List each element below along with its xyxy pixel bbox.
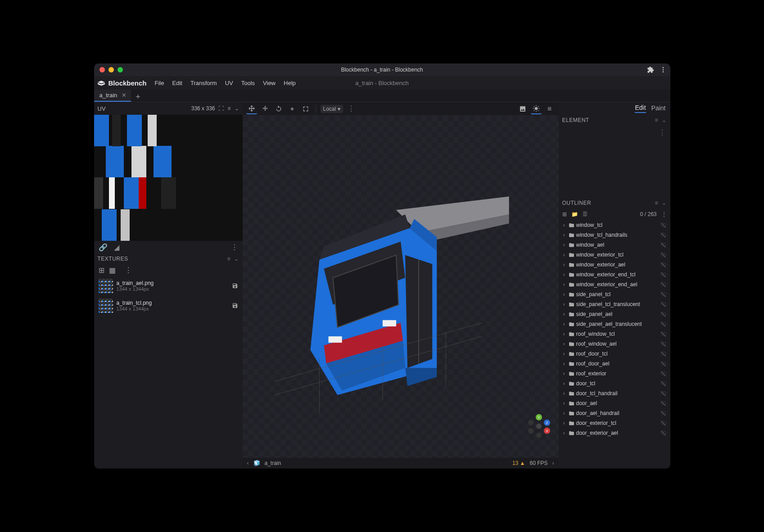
vertex-snap-tool[interactable] xyxy=(300,104,311,114)
add-tab-button[interactable]: + xyxy=(131,92,145,102)
visibility-icon[interactable] xyxy=(660,291,667,298)
texture-item[interactable]: a_train_tcl.png 1344 x 1344px xyxy=(94,296,243,316)
menu-transform[interactable]: Transform xyxy=(187,78,221,88)
viewport-3d[interactable]: Y Z X xyxy=(243,116,559,458)
chevron-down-icon[interactable]: ⌄ xyxy=(662,117,667,123)
visibility-icon[interactable] xyxy=(660,410,667,416)
chevron-down-icon[interactable]: ⌄ xyxy=(662,200,667,206)
outliner-node[interactable]: ›roof_door_ael xyxy=(559,359,670,369)
outliner-node[interactable]: ›door_tcl_handrail xyxy=(559,388,670,398)
visibility-icon[interactable] xyxy=(660,321,667,327)
outliner-node[interactable]: ›roof_window_tcl xyxy=(559,329,670,339)
add-group-icon[interactable]: 📁 xyxy=(571,211,578,217)
chevron-right-icon[interactable]: › xyxy=(561,252,567,258)
chevron-right-icon[interactable]: › xyxy=(561,281,567,288)
visibility-icon[interactable] xyxy=(660,331,667,337)
outliner-node[interactable]: ›window_exterior_tcl xyxy=(559,250,670,260)
menu-uv[interactable]: UV xyxy=(222,78,237,88)
toolbar-more-icon[interactable]: ⋮ xyxy=(348,104,355,113)
outliner-node[interactable]: ›door_ael xyxy=(559,398,670,408)
rotate-tool[interactable] xyxy=(273,104,284,114)
resize-tool[interactable] xyxy=(260,104,271,114)
chevron-right-icon[interactable]: › xyxy=(561,361,567,367)
outliner-node[interactable]: ›window_tcl xyxy=(559,220,670,230)
extension-icon[interactable] xyxy=(647,66,654,73)
chevron-left-icon[interactable]: ‹ xyxy=(247,460,249,466)
visibility-icon[interactable] xyxy=(660,420,667,426)
maximize-window-button[interactable] xyxy=(118,67,123,72)
outliner-node[interactable]: ›window_exterior_ael xyxy=(559,260,670,270)
outliner-node[interactable]: ›door_exterior_tcl xyxy=(559,418,670,428)
visibility-icon[interactable] xyxy=(660,311,667,317)
outliner-node[interactable]: ›roof_door_tcl xyxy=(559,349,670,359)
visibility-icon[interactable] xyxy=(660,351,667,357)
chevron-right-icon[interactable]: › xyxy=(561,400,567,406)
shading-icon[interactable] xyxy=(531,104,542,114)
menu-tools[interactable]: Tools xyxy=(238,78,258,88)
fullscreen-icon[interactable]: ⛶ xyxy=(218,105,224,112)
menu-view[interactable]: View xyxy=(259,78,279,88)
screenshot-icon[interactable] xyxy=(517,104,528,114)
chevron-right-icon[interactable]: › xyxy=(561,390,567,397)
close-tab-icon[interactable]: ✕ xyxy=(122,92,127,99)
visibility-icon[interactable] xyxy=(660,390,667,397)
menu-help[interactable]: Help xyxy=(280,78,299,88)
panel-menu-icon[interactable]: ≡ xyxy=(227,256,231,262)
visibility-icon[interactable] xyxy=(660,232,667,238)
chevron-right-icon[interactable]: › xyxy=(561,311,567,317)
visibility-icon[interactable] xyxy=(660,281,667,288)
panel-menu-icon[interactable]: ≡ xyxy=(655,200,658,206)
outliner-node[interactable]: ›roof_exterior xyxy=(559,369,670,379)
visibility-icon[interactable] xyxy=(660,400,667,406)
add-texture-icon[interactable]: ⊞ xyxy=(99,266,104,275)
chevron-right-icon[interactable]: › xyxy=(561,271,567,278)
outliner-more-icon[interactable]: ⋮ xyxy=(661,211,667,217)
visibility-icon[interactable] xyxy=(660,261,667,268)
pivot-tool[interactable] xyxy=(287,104,298,114)
texture-item[interactable]: a_train_ael.png 1344 x 1344px xyxy=(94,276,243,296)
close-window-button[interactable] xyxy=(99,67,105,72)
element-more-icon[interactable]: ⋮ xyxy=(559,126,670,140)
visibility-icon[interactable] xyxy=(660,222,667,228)
chevron-right-icon[interactable]: › xyxy=(561,291,567,298)
outliner-node[interactable]: ›door_ael_handrail xyxy=(559,408,670,418)
menu-file[interactable]: File xyxy=(151,78,168,88)
textures-more-icon[interactable]: ⋮ xyxy=(125,266,132,275)
visibility-icon[interactable] xyxy=(660,301,667,307)
chevron-right-icon[interactable]: › xyxy=(561,341,567,347)
outliner-node[interactable]: ›side_panel_ael_translucent xyxy=(559,319,670,329)
chevron-right-icon[interactable]: › xyxy=(561,420,567,426)
chevron-right-icon[interactable]: › xyxy=(561,370,567,377)
visibility-icon[interactable] xyxy=(660,242,667,248)
chevron-right-icon[interactable]: › xyxy=(561,321,567,327)
menu-edit[interactable]: Edit xyxy=(168,78,185,88)
add-cube-icon[interactable]: ⊞ xyxy=(562,211,567,217)
chevron-right-icon[interactable]: › xyxy=(561,222,567,228)
visibility-icon[interactable] xyxy=(660,271,667,278)
uv-more-icon[interactable]: ⋮ xyxy=(231,243,238,252)
visibility-icon[interactable] xyxy=(660,361,667,367)
move-tool[interactable] xyxy=(246,104,257,114)
chevron-right-icon[interactable]: › xyxy=(561,430,567,436)
outliner-node[interactable]: ›window_exterior_end_tcl xyxy=(559,270,670,280)
visibility-icon[interactable] xyxy=(660,430,667,436)
visibility-icon[interactable] xyxy=(660,341,667,347)
save-icon[interactable] xyxy=(232,283,238,289)
visibility-icon[interactable] xyxy=(660,370,667,377)
outliner-node[interactable]: ›side_panel_tcl_translucent xyxy=(559,299,670,309)
transform-space-dropdown[interactable]: Local ▾ xyxy=(321,105,344,113)
outliner-node[interactable]: ›window_exterior_end_ael xyxy=(559,280,670,289)
chevron-down-icon[interactable]: ⌄ xyxy=(235,105,239,112)
chevron-right-icon[interactable]: › xyxy=(561,380,567,387)
chevron-right-icon[interactable]: › xyxy=(561,410,567,416)
uv-menu-icon[interactable]: ≡ xyxy=(227,105,231,112)
link-icon[interactable]: 🔗 xyxy=(99,243,108,252)
new-texture-icon[interactable]: ▦ xyxy=(109,266,116,275)
outliner-node[interactable]: ›door_tcl xyxy=(559,379,670,388)
more-icon[interactable] xyxy=(660,66,667,73)
axis-gizmo[interactable]: Y Z X xyxy=(525,413,552,440)
tab-a-train[interactable]: a_train ✕ xyxy=(94,89,131,102)
warning-count[interactable]: 13 ▲ xyxy=(512,460,525,466)
mode-edit[interactable]: Edit xyxy=(635,104,646,113)
chevron-down-icon[interactable]: ⌄ xyxy=(234,256,239,262)
